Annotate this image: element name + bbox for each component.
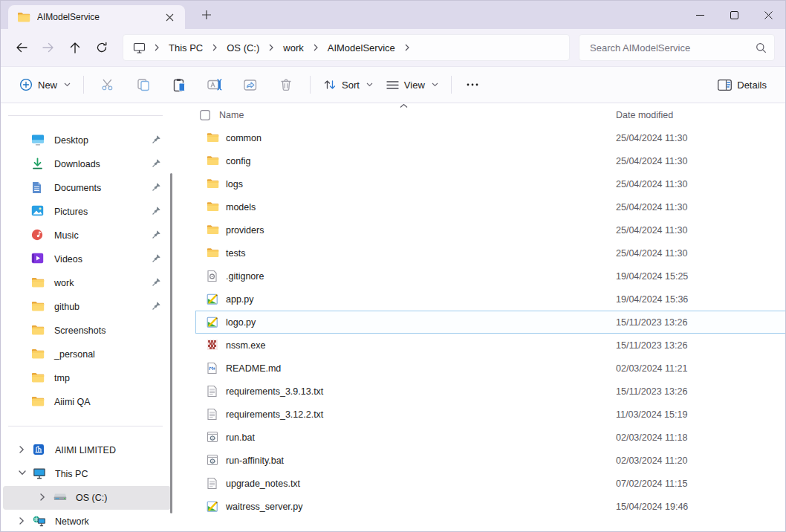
file-date-modified: 25/04/2024 11:30 — [616, 225, 687, 236]
tab-close-icon[interactable] — [161, 9, 178, 25]
new-button[interactable]: New — [13, 71, 77, 98]
file-row-readme-md[interactable]: README.md02/03/2024 11:21 — [195, 357, 785, 380]
column-header-name[interactable]: Name — [219, 110, 244, 120]
search-icon[interactable] — [756, 42, 767, 53]
file-row-app-py[interactable]: app.py19/04/2024 15:36 — [195, 288, 785, 311]
folder-icon — [31, 348, 45, 361]
sidebar-item-os-c-[interactable]: OS (C:) — [3, 486, 171, 510]
new-tab-button[interactable] — [195, 4, 218, 26]
sidebar-item-music[interactable]: Music — [3, 224, 171, 247]
file-name: nssm.exe — [226, 340, 266, 351]
file-name: tests — [226, 248, 245, 259]
copy-button[interactable] — [129, 71, 158, 98]
rename-button[interactable] — [200, 71, 230, 98]
sidebar-item-aiimi-limited[interactable]: AIIMI LIMITED — [3, 438, 171, 462]
sidebar-item-desktop[interactable]: Desktop — [3, 129, 171, 152]
chevron-right-icon[interactable] — [150, 44, 163, 51]
breadcrumb-this-pc[interactable]: This PC — [163, 39, 208, 56]
chevron-right-icon[interactable] — [39, 493, 49, 503]
folder-icon — [31, 300, 45, 314]
file-row-logs[interactable]: logs25/04/2024 11:30 — [195, 172, 785, 195]
sidebar-item-tmp[interactable]: tmp — [3, 366, 171, 390]
pin-icon — [151, 158, 161, 169]
file-row-run-bat[interactable]: run.bat02/03/2024 11:18 — [195, 426, 785, 449]
folder-icon — [207, 201, 219, 213]
refresh-button[interactable] — [88, 34, 115, 61]
sidebar-item-label: Music — [54, 230, 79, 241]
chevron-right-icon[interactable] — [208, 44, 221, 51]
share-button[interactable] — [236, 71, 265, 98]
exe-file-icon — [207, 339, 219, 351]
paste-button[interactable] — [164, 71, 194, 98]
file-name: requirements_3.12.2.txt — [226, 409, 323, 420]
details-button[interactable]: Details — [711, 71, 773, 98]
videos-icon — [31, 253, 45, 266]
sidebar-item-documents[interactable]: Documents — [3, 176, 171, 200]
paste-icon — [173, 78, 186, 92]
sidebar-item-pictures[interactable]: Pictures — [3, 200, 171, 224]
sidebar-item-work[interactable]: work — [3, 271, 171, 295]
sort-icon — [323, 79, 337, 91]
file-name: run.bat — [226, 432, 255, 443]
sidebar-item-label: OS (C:) — [76, 493, 107, 503]
file-row-providers[interactable]: providers25/04/2024 11:30 — [195, 218, 785, 241]
this-pc-icon[interactable] — [128, 36, 150, 59]
tab-aimodelservice[interactable]: AIModelService — [8, 5, 185, 29]
sidebar-item-label: Pictures — [54, 207, 88, 217]
chevron-right-icon[interactable] — [264, 44, 278, 51]
view-button[interactable]: View — [380, 71, 445, 98]
sidebar-item-screenshots[interactable]: Screenshots — [3, 319, 171, 343]
sidebar-item-label: _personal — [54, 349, 95, 360]
file-row-common[interactable]: common25/04/2024 11:30 — [195, 126, 785, 149]
chevron-down-icon[interactable] — [18, 469, 28, 479]
file-row--gitignore[interactable]: .gitignore19/04/2024 15:25 — [195, 265, 785, 288]
file-row-run-affinity-bat[interactable]: run-affinity.bat02/03/2024 11:20 — [195, 449, 785, 472]
sidebar-item-downloads[interactable]: Downloads — [3, 152, 171, 176]
file-row-requirements-3-9-13-txt[interactable]: requirements_3.9.13.txt15/11/2023 13:26 — [195, 380, 785, 403]
sort-button[interactable]: Sort — [316, 71, 380, 98]
breadcrumb-aimodelservice[interactable]: AIModelService — [322, 39, 400, 56]
sidebar-item--personal[interactable]: _personal — [3, 343, 171, 366]
file-row-nssm-exe[interactable]: nssm.exe15/11/2023 13:26 — [195, 334, 785, 357]
pin-icon — [151, 253, 161, 264]
sidebar-item-this-pc[interactable]: This PC — [3, 462, 171, 486]
search-input[interactable] — [590, 42, 756, 53]
file-date-modified: 25/04/2024 11:30 — [616, 156, 687, 166]
forward-button[interactable] — [35, 34, 62, 61]
sidebar-item-network[interactable]: Network — [3, 510, 171, 531]
file-row-waitress-server-py[interactable]: waitress_server.py15/04/2024 19:46 — [195, 495, 785, 518]
sidebar-item-aiimi-qa[interactable]: Aiimi QA — [3, 390, 171, 414]
file-date-modified: 19/04/2024 15:36 — [616, 294, 688, 305]
chevron-right-icon[interactable] — [400, 44, 414, 51]
breadcrumb-os-c[interactable]: OS (C:) — [221, 39, 264, 56]
file-row-upgrade-notes-txt[interactable]: upgrade_notes.txt07/02/2024 11:15 — [195, 472, 785, 495]
new-button-label: New — [38, 80, 57, 91]
file-row-config[interactable]: config25/04/2024 11:30 — [195, 149, 785, 172]
sidebar-item-label: Screenshots — [54, 325, 105, 336]
sidebar-item-videos[interactable]: Videos — [3, 247, 171, 271]
cut-button[interactable] — [93, 71, 123, 98]
view-icon — [386, 80, 399, 91]
column-header-date-modified[interactable]: Date modified — [616, 110, 673, 120]
maximize-button[interactable] — [717, 1, 751, 29]
copy-icon — [137, 78, 150, 91]
folder-icon — [207, 224, 219, 236]
sidebar-item-github[interactable]: github — [3, 295, 171, 319]
delete-button[interactable] — [271, 71, 301, 98]
minimize-button[interactable] — [683, 1, 717, 29]
close-button[interactable] — [751, 1, 785, 29]
select-all-checkbox[interactable] — [200, 110, 210, 120]
sidebar-scrollbar[interactable] — [170, 173, 172, 513]
chevron-right-icon[interactable] — [309, 44, 322, 51]
chevron-right-icon[interactable] — [18, 516, 28, 527]
chevron-right-icon[interactable] — [18, 445, 28, 455]
back-button[interactable] — [8, 34, 35, 61]
file-date-modified: 25/04/2024 11:30 — [616, 133, 687, 143]
file-row-requirements-3-12-2-txt[interactable]: requirements_3.12.2.txt11/03/2024 15:19 — [195, 403, 785, 426]
file-row-logo-py[interactable]: logo.py15/11/2023 13:26 — [195, 311, 785, 334]
file-row-models[interactable]: models25/04/2024 11:30 — [195, 195, 785, 218]
breadcrumb-work[interactable]: work — [278, 39, 308, 56]
up-button[interactable] — [62, 34, 88, 61]
more-options-button[interactable] — [458, 71, 487, 98]
file-row-tests[interactable]: tests25/04/2024 11:30 — [195, 241, 785, 265]
